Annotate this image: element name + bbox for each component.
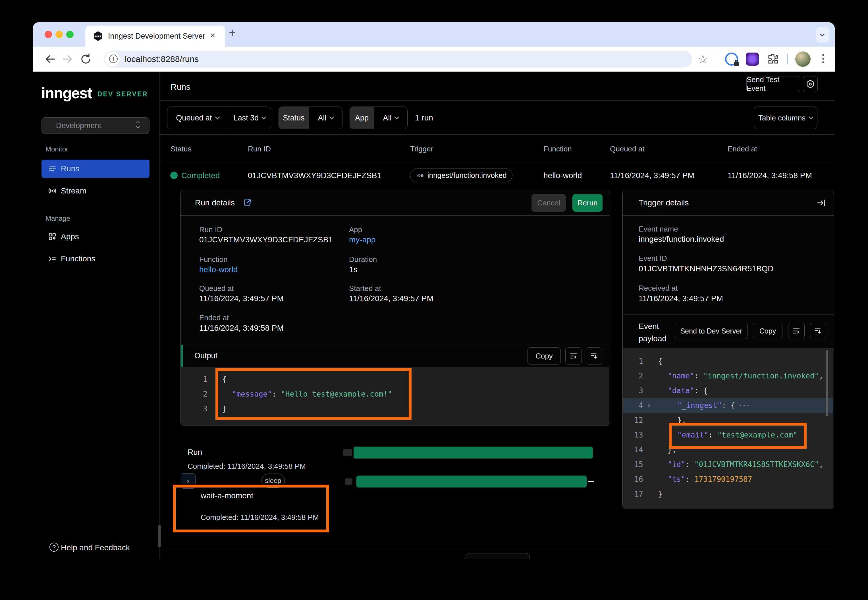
browser-toolbar: i localhost:8288/runs ☆ [33, 47, 835, 71]
header-divider [159, 100, 835, 101]
duration-label: Duration [349, 255, 377, 264]
forward-icon[interactable] [61, 53, 74, 65]
inngest-logo: inngest [41, 84, 92, 102]
received-at-value: 11/16/2024, 3:49:57 PM [639, 294, 723, 303]
sidebar-divider [159, 71, 160, 559]
event-id-label: Event ID [639, 254, 667, 263]
inngest-app: inngest DEV SERVER Development Monitor R… [33, 71, 835, 559]
status-filter[interactable]: Status All [279, 106, 343, 129]
run-details-title: Run details [195, 198, 235, 208]
time-range-dropdown[interactable]: Last 3d [228, 107, 271, 129]
main-scrollbar[interactable] [158, 525, 161, 547]
new-tab-button[interactable]: + [229, 26, 236, 40]
annotation-box-step [173, 485, 329, 532]
row-ended-at: 11/16/2024, 3:49:58 PM [728, 171, 812, 180]
output-wrap-button[interactable] [565, 347, 582, 365]
status-filter-value[interactable]: All [309, 107, 342, 129]
traffic-minimize-button[interactable] [55, 31, 63, 38]
row-run-id: 01JCVBTMV3WXY9D3CFDEJFZSB1 [248, 171, 381, 180]
trigger-event-badge[interactable]: «● inngest/function.invoked [410, 168, 513, 182]
browser-tab[interactable]: Inngest Development Server × [85, 26, 225, 47]
traffic-zoom-button[interactable] [66, 31, 74, 38]
environment-select[interactable]: Development [41, 117, 150, 134]
table-columns-button[interactable]: Table columns [754, 106, 817, 129]
output-expand-button[interactable] [586, 347, 602, 365]
sidebar-item-functions[interactable]: Functions [41, 250, 150, 268]
toolbar-divider [787, 54, 788, 64]
password-manager-extension-icon[interactable] [725, 53, 738, 66]
event-id-value: 01JCVBTMTKNHNHZ3SN64R51BQD [639, 264, 774, 273]
bookmark-star-icon[interactable]: ☆ [697, 53, 709, 65]
purple-extension-icon[interactable] [746, 53, 759, 66]
send-to-dev-server-button[interactable]: Send to Dev Server [675, 323, 748, 339]
col-status: Status [170, 145, 191, 153]
gear-icon [806, 79, 815, 89]
payload-copy-button[interactable]: Copy [753, 323, 783, 339]
annotation-box-output [215, 368, 411, 420]
browser-menu-icon[interactable] [822, 54, 824, 65]
payload-expand-button[interactable] [810, 323, 826, 339]
started-value: 11/16/2024, 3:49:57 PM [349, 294, 433, 303]
payload-scrollbar[interactable] [826, 350, 828, 416]
timeline-run-label: Run [188, 448, 202, 457]
output-accent-bar [181, 345, 183, 367]
rerun-button[interactable]: Rerun [572, 194, 602, 212]
step-queue-segment [345, 479, 352, 485]
dev-server-tagline: DEV SERVER [97, 90, 148, 98]
received-at-label: Received at [639, 284, 678, 292]
runs-list-icon [48, 164, 57, 173]
app-link[interactable]: my-app [349, 235, 375, 244]
expand-lines-icon [590, 352, 598, 360]
collapse-panel-icon[interactable] [816, 198, 826, 208]
sidebar-item-stream[interactable]: Stream [41, 182, 150, 200]
site-info-icon[interactable]: i [105, 52, 120, 67]
col-run-id: Run ID [248, 145, 271, 153]
app-filter-value[interactable]: All [374, 107, 407, 129]
extensions-puzzle-icon[interactable] [766, 53, 779, 65]
time-filter[interactable]: Queued at Last 3d [167, 106, 271, 129]
function-link[interactable]: hello-world [199, 265, 238, 274]
row-status: Completed [181, 171, 220, 180]
sidebar-item-runs[interactable]: Runs [41, 160, 150, 178]
output-title: Output [194, 352, 217, 360]
help-icon: ? [49, 542, 59, 552]
step-duration-bar[interactable] [357, 476, 587, 488]
open-external-icon[interactable] [243, 198, 252, 207]
profile-avatar[interactable] [795, 52, 810, 67]
col-queued-at: Queued at [610, 145, 644, 153]
output-copy-button[interactable]: Copy [528, 347, 561, 365]
tab-title: Inngest Development Server [108, 32, 205, 41]
duration-value: 1s [349, 265, 358, 274]
ended-label: Ended at [199, 314, 229, 322]
queued-label: Queued at [199, 284, 234, 293]
app-filter[interactable]: App All [350, 106, 408, 129]
traffic-close-button[interactable] [45, 31, 52, 38]
sidebar-item-apps[interactable]: Apps [41, 227, 150, 246]
run-completed-text: Completed: 11/16/2024, 3:49:58 PM [188, 462, 306, 471]
tab-search-chevron-button[interactable] [816, 27, 829, 42]
row-function: hello-world [543, 171, 582, 180]
status-filter-label: Status [279, 107, 309, 129]
trigger-details-title: Trigger details [639, 198, 689, 208]
trigger-details-header: Trigger details [623, 190, 834, 216]
pagination-button-clipped[interactable] [466, 553, 530, 559]
run-duration-bar[interactable] [354, 447, 593, 459]
run-details-header: Run details Cancel Rerun [181, 190, 610, 216]
tab-close-icon[interactable]: × [210, 30, 215, 41]
monitor-section-label: Monitor [46, 145, 68, 153]
manage-section-label: Manage [46, 215, 70, 223]
address-bar[interactable]: i localhost:8288/runs [104, 51, 692, 68]
app-label: App [349, 225, 362, 234]
back-icon[interactable] [44, 53, 56, 65]
time-field-dropdown[interactable]: Queued at [167, 107, 228, 129]
cancel-button[interactable]: Cancel [531, 194, 566, 212]
reload-icon[interactable] [80, 53, 92, 65]
send-test-event-button[interactable]: Send Test Event [747, 76, 800, 92]
wrap-text-icon [569, 352, 578, 360]
settings-button[interactable] [803, 76, 818, 92]
payload-wrap-button[interactable] [788, 323, 804, 339]
url-text: localhost:8288/runs [125, 54, 199, 64]
help-and-feedback[interactable]: ? Help and Feedback [41, 539, 150, 557]
select-updown-icon [137, 121, 141, 128]
inngest-favicon-icon [93, 31, 103, 41]
